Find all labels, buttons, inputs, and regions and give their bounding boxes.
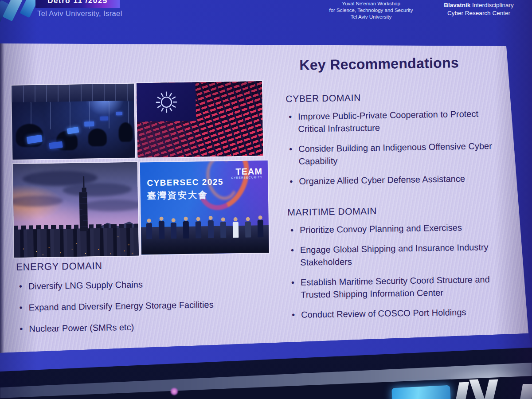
ops-room-photo — [12, 84, 135, 160]
workshop-line: Tel Aviv University — [305, 14, 438, 20]
taipei-skyline-photo — [13, 162, 139, 258]
screen-top-banner: Detro 11 /2025 Tel Aviv University, Isra… — [0, 0, 532, 43]
section-cyber-domain: CYBER DOMAIN Improve Public-Private Coop… — [286, 90, 501, 196]
slide-title: Key Recommendations — [282, 54, 477, 74]
bullet-item: Organize Allied Cyber Defense Assistance — [287, 172, 500, 188]
bullet-item: Consider Building an Indigenous Offensiv… — [286, 140, 500, 168]
taiwan-flag-digital-photo — [137, 81, 263, 157]
bullet-item: Conduct Review of COSCO Port Holdings — [289, 305, 507, 321]
event-date-text: Detro 11 /2025 — [47, 0, 107, 5]
section-maritime-domain: MARITIME DOMAIN Prioritize Convoy Planni… — [287, 204, 507, 329]
cybersec-stage-photo: CYBERSEC 2025 臺灣資安大會 TEAM CYBERSECURITY — [140, 160, 269, 254]
conference-screen-photo: Detro 11 /2025 Tel Aviv University, Isra… — [0, 0, 532, 399]
team-cybersecurity-logo: TEAM CYBERSECURITY — [231, 167, 262, 179]
stage-people — [146, 215, 264, 239]
cybersec-subtitle: 臺灣資安大會 — [147, 189, 208, 202]
stage-light-dot — [170, 387, 178, 395]
monitor-glow — [116, 112, 122, 116]
workshop-line: for Science, Technology and Security — [305, 7, 438, 14]
bullet-item: Diversify LNG Supply Chains — [16, 276, 276, 293]
section-energy-domain: ENERGY DOMAIN Diversify LNG Supply Chain… — [16, 258, 277, 344]
bullet-item: Expand and Diversify Energy Storage Faci… — [17, 297, 277, 314]
monitor-glow — [49, 141, 63, 149]
section-heading: MARITIME DOMAIN — [287, 204, 505, 218]
section-heading: CYBER DOMAIN — [286, 90, 499, 105]
bullet-item: Establish Maritime Security Coord Struct… — [289, 273, 507, 301]
taipei-101-tower — [79, 192, 88, 231]
city-lights — [23, 249, 24, 250]
center-name-rest: Interdisciplinary — [470, 2, 514, 8]
bullet-item: Engage Global Shipping and Insurance Ind… — [288, 241, 507, 269]
center-name-line2: Cyber Research Center — [434, 9, 523, 17]
monitor-glow — [100, 117, 108, 121]
cybersec-title: CYBERSEC 2025 — [147, 177, 223, 188]
bullet-item: Nuclear Power (SMRs etc) — [17, 319, 277, 335]
bullet-item: Prioritize Convoy Planning and Exercises — [288, 221, 506, 237]
event-date-badge: Detro 11 /2025 — [35, 0, 120, 8]
monitor-glow — [84, 121, 94, 126]
workshop-credit: Yuval Ne'eman Workshop for Science, Tech… — [305, 0, 438, 21]
workshop-line: Yuval Ne'eman Workshop — [305, 0, 438, 7]
university-location-label: Tel Aviv University, Israel — [37, 9, 144, 18]
center-name-bold: Blavatnik — [444, 2, 470, 8]
flag-canton — [137, 82, 196, 121]
section-heading: ENERGY DOMAIN — [16, 258, 276, 273]
bullet-item: Improve Public-Private Cooperation to Pr… — [286, 107, 500, 136]
taiwan-sun-icon — [153, 88, 180, 116]
research-center-credit: Blavatnik Interdisciplinary Cyber Resear… — [434, 1, 523, 17]
